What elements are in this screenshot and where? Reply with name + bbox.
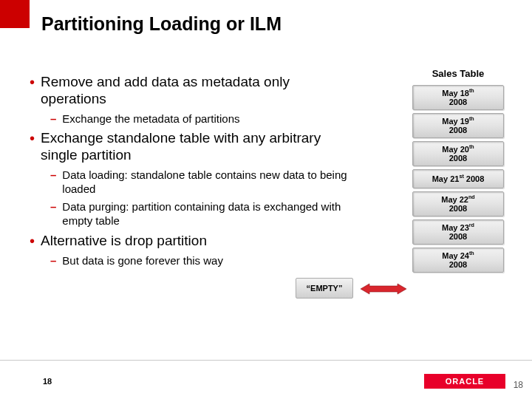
sales-table-title: Sales Table xyxy=(406,68,510,79)
footer-separator xyxy=(0,360,532,361)
partition-1: May 18th2008 xyxy=(412,85,504,110)
exchange-arrow-icon xyxy=(361,282,406,296)
bullet-2-sub-2: – Data purging: partition containing dat… xyxy=(50,200,347,228)
bullet-2: • Exchange standalone table with any arb… xyxy=(30,130,347,164)
red-corner-block xyxy=(0,0,30,28)
empty-partition-box: “EMPTY” xyxy=(296,278,353,299)
bullet-dot: • xyxy=(30,130,35,164)
bullet-2-sub-1-text: Data loading: standalone table contains … xyxy=(62,168,347,197)
page-number-left: 18 xyxy=(43,377,52,386)
bullet-dot: • xyxy=(30,233,35,250)
slide-title: Partitioning Loading or ILM xyxy=(41,13,282,35)
partition-7: May 24th2008 xyxy=(412,248,504,273)
bullet-1: • Remove and add data as metadata only o… xyxy=(30,74,347,108)
svg-marker-0 xyxy=(361,284,406,294)
sales-table-graphic: Sales Table May 18th2008 May 19th2008 Ma… xyxy=(406,68,510,276)
partition-6: May 23rd2008 xyxy=(412,219,504,245)
bullet-2-text: Exchange standalone table with any arbit… xyxy=(41,130,347,164)
page-number-right: 18 xyxy=(514,380,523,390)
bullet-3: • Alternative is drop partition xyxy=(30,233,347,250)
partition-3: May 20th2008 xyxy=(412,141,504,166)
sub-dash: – xyxy=(50,168,56,197)
partition-4: May 21st 2008 xyxy=(412,169,504,188)
bullet-3-text: Alternative is drop partition xyxy=(41,233,207,250)
bullet-2-sub-1: – Data loading: standalone table contain… xyxy=(50,168,347,197)
sub-dash: – xyxy=(50,254,56,268)
bullet-1-text: Remove and add data as metadata only ope… xyxy=(41,74,347,108)
body-content: • Remove and add data as metadata only o… xyxy=(30,74,347,272)
partition-2: May 19th2008 xyxy=(412,113,504,138)
oracle-logo: ORACLE xyxy=(424,374,505,389)
oracle-logo-text: ORACLE xyxy=(446,377,484,386)
bullet-3-sub-1: – But data is gone forever this way xyxy=(50,254,347,268)
bullet-1-sub-1-text: Exchange the metadata of partitions xyxy=(62,112,239,126)
bullet-1-sub-1: – Exchange the metadata of partitions xyxy=(50,112,347,126)
bullet-3-sub-1-text: But data is gone forever this way xyxy=(62,254,223,268)
bullet-2-sub-2-text: Data purging: partition containing data … xyxy=(62,200,347,228)
bullet-dot: • xyxy=(30,74,35,108)
partition-5: May 22nd2008 xyxy=(412,191,504,216)
sub-dash: – xyxy=(50,112,56,126)
sub-dash: – xyxy=(50,200,56,228)
